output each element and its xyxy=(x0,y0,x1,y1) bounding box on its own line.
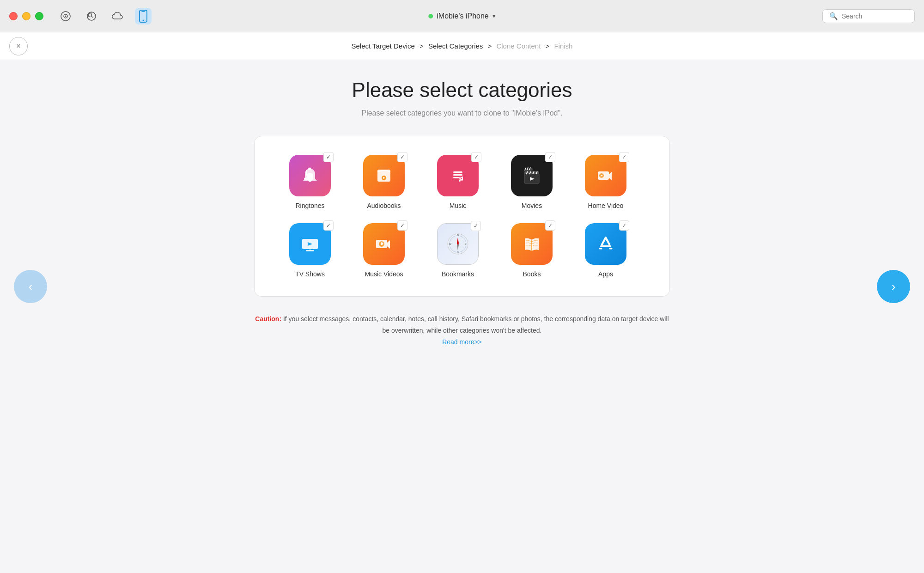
ringtones-icon-wrap: ✓ xyxy=(289,155,331,196)
page-title: Please select categories xyxy=(352,79,572,102)
tvshows-label: TV Shows xyxy=(295,270,325,278)
minimize-traffic-light[interactable] xyxy=(22,12,30,20)
breadcrumb-step2: Select Categories xyxy=(428,42,483,50)
titlebar: iMobie's iPhone ▾ 🔍 xyxy=(0,0,924,32)
bookmarks-label: Bookmarks xyxy=(442,270,474,278)
svg-marker-39 xyxy=(387,240,390,249)
music-icon[interactable] xyxy=(57,8,74,24)
history-icon[interactable] xyxy=(83,8,100,24)
books-icon-wrap: ✓ xyxy=(511,223,553,265)
homevideo-check: ✓ xyxy=(619,152,629,162)
device-status-dot xyxy=(428,14,433,18)
category-movies[interactable]: ✓ Movies xyxy=(499,155,564,209)
music-check: ✓ xyxy=(471,152,481,162)
caution-text: If you select messages, contacts, calend… xyxy=(283,315,669,334)
svg-rect-17 xyxy=(453,177,460,178)
device-icon[interactable] xyxy=(135,8,152,24)
bookmarks-check: ✓ xyxy=(471,221,481,231)
books-label: Books xyxy=(523,270,541,278)
tvshows-icon-wrap: ✓ xyxy=(289,223,331,265)
category-grid: ✓ Ringtones ✓ Audiobooks xyxy=(254,136,670,297)
apps-check: ✓ xyxy=(619,220,629,231)
musicvideos-label: Music Videos xyxy=(365,270,403,278)
breadcrumb: Select Target Device > Select Categories… xyxy=(352,42,573,50)
breadcrumb-step1: Select Target Device xyxy=(352,42,415,50)
read-more-link[interactable]: Read more>> xyxy=(442,338,482,346)
apps-label: Apps xyxy=(598,270,613,278)
device-dropdown-icon: ▾ xyxy=(492,12,496,19)
category-apps[interactable]: ✓ Apps xyxy=(573,223,638,278)
bookmarks-icon-wrap: N S W E ✓ xyxy=(437,223,479,265)
close-traffic-light[interactable] xyxy=(9,12,18,20)
svg-rect-36 xyxy=(310,249,310,251)
caution-bar: Caution: If you select messages, contact… xyxy=(254,313,670,348)
search-icon: 🔍 xyxy=(829,12,838,20)
device-selector[interactable]: iMobie's iPhone ▾ xyxy=(428,12,495,20)
search-box[interactable]: 🔍 xyxy=(822,9,915,23)
svg-point-10 xyxy=(309,168,311,170)
homevideo-label: Home Video xyxy=(588,202,624,209)
caution-label: Caution: xyxy=(255,315,281,323)
next-button[interactable]: › xyxy=(877,270,910,303)
breadcrumb-bar: × Select Target Device > Select Categori… xyxy=(0,32,924,60)
breadcrumb-sep2: > xyxy=(488,42,492,50)
breadcrumb-step3: Clone Content xyxy=(496,42,541,50)
main-content: Please select categories Please select c… xyxy=(0,60,924,358)
music-label: Music xyxy=(450,202,467,209)
musicvideos-check: ✓ xyxy=(397,220,407,231)
audiobooks-label: Audiobooks xyxy=(367,202,401,209)
breadcrumb-step4: Finish xyxy=(554,42,572,50)
maximize-traffic-light[interactable] xyxy=(35,12,43,20)
close-button[interactable]: × xyxy=(9,37,28,55)
movies-label: Movies xyxy=(522,202,542,209)
audiobooks-check: ✓ xyxy=(397,152,407,162)
category-musicvideos[interactable]: ✓ Music Videos xyxy=(352,223,416,278)
svg-text:W: W xyxy=(449,243,451,245)
page-subtitle: Please select categories you want to clo… xyxy=(361,109,562,117)
svg-rect-15 xyxy=(453,171,462,173)
traffic-lights xyxy=(9,12,43,20)
category-music[interactable]: ✓ Music xyxy=(426,155,490,209)
music-icon-wrap: ✓ xyxy=(437,155,479,196)
ringtones-check: ✓ xyxy=(323,152,334,162)
books-check: ✓ xyxy=(545,220,555,231)
device-name: iMobie's iPhone xyxy=(437,12,488,20)
svg-rect-16 xyxy=(453,174,462,176)
svg-point-2 xyxy=(65,15,67,17)
search-input[interactable] xyxy=(842,12,906,20)
breadcrumb-sep1: > xyxy=(419,42,424,50)
category-audiobooks[interactable]: ✓ Audiobooks xyxy=(352,155,416,209)
movies-check: ✓ xyxy=(545,152,555,162)
category-ringtones[interactable]: ✓ Ringtones xyxy=(278,155,342,209)
movies-icon-wrap: ✓ xyxy=(511,155,553,196)
apps-icon-wrap: ✓ xyxy=(585,223,626,265)
audiobooks-icon-wrap: ✓ xyxy=(363,155,405,196)
svg-text:N: N xyxy=(457,234,459,237)
prev-button[interactable]: ‹ xyxy=(14,270,47,303)
homevideo-icon-wrap: ✓ xyxy=(585,155,626,196)
category-homevideo[interactable]: ✓ Home Video xyxy=(573,155,638,209)
titlebar-icons xyxy=(57,8,152,24)
svg-point-5 xyxy=(143,19,144,21)
category-books[interactable]: ✓ Books xyxy=(499,223,564,278)
breadcrumb-sep3: > xyxy=(546,42,550,50)
category-bookmarks[interactable]: N S W E ✓ Bookmarks xyxy=(426,223,490,278)
ringtones-label: Ringtones xyxy=(295,202,324,209)
category-tvshows[interactable]: ✓ TV Shows xyxy=(278,223,342,278)
musicvideos-icon-wrap: ✓ xyxy=(363,223,405,265)
svg-marker-31 xyxy=(609,172,612,180)
tvshows-check: ✓ xyxy=(323,220,334,231)
cloud-icon[interactable] xyxy=(109,8,126,24)
